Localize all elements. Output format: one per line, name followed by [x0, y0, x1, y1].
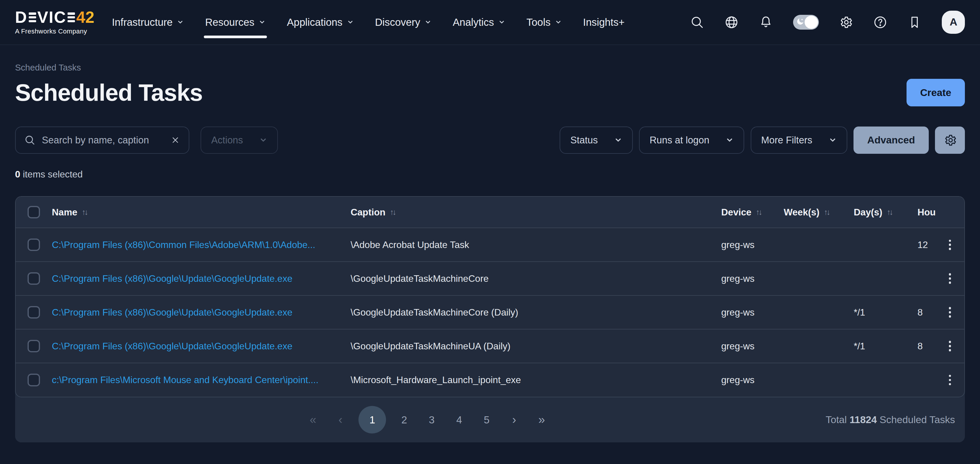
nav-item-discovery[interactable]: Discovery — [375, 11, 432, 33]
column-header-device[interactable]: Device↑↓ — [721, 197, 784, 228]
page-button-2[interactable]: 2 — [395, 406, 414, 434]
column-header-inner[interactable]: Device↑↓ — [721, 207, 784, 218]
bell-icon[interactable] — [759, 15, 773, 30]
dark-mode-toggle[interactable] — [793, 15, 819, 30]
task-name-link[interactable]: C:\Program Files (x86)\Google\Update\Goo… — [52, 341, 293, 351]
sort-icon[interactable]: ↑↓ — [390, 208, 396, 217]
nav-item-analytics[interactable]: Analytics — [453, 11, 505, 33]
cell-hours — [918, 363, 944, 397]
cell-weeks — [784, 363, 853, 397]
cell-value: 8 — [918, 307, 923, 317]
row-actions-kebab-icon[interactable] — [943, 238, 956, 251]
task-name-link[interactable]: C:\Program Files (x86)\Google\Update\Goo… — [52, 307, 293, 317]
runs-at-logon-filter-dropdown[interactable]: Runs at logon — [639, 126, 744, 154]
user-avatar[interactable]: A — [942, 11, 965, 34]
status-filter-dropdown[interactable]: Status — [560, 126, 633, 154]
topbar-actions: A — [690, 11, 965, 34]
column-label: Day(s) — [854, 207, 883, 218]
previous-page-button[interactable]: ‹ — [331, 406, 350, 434]
gear-icon — [943, 133, 957, 147]
next-page-button[interactable]: › — [505, 406, 523, 434]
total-count-text: Total 11824 Scheduled Tasks — [826, 414, 955, 426]
column-header-inner: Hou — [918, 207, 944, 218]
top-navigation-bar: D VIC 42 A Freshworks Company Infrastruc… — [0, 0, 980, 45]
cell-menu — [943, 329, 965, 363]
nav-item-resources[interactable]: Resources — [205, 11, 266, 33]
gear-icon[interactable] — [839, 15, 853, 30]
cell-weeks — [784, 228, 853, 261]
nav-item-insights-[interactable]: Insights+ — [583, 11, 625, 33]
filter-label: Status — [570, 134, 598, 146]
row-actions-kebab-icon[interactable] — [943, 306, 956, 319]
help-icon[interactable] — [873, 15, 888, 30]
column-header-hours: Hou — [918, 197, 944, 228]
cell-name: C:\Program Files (x86)\Google\Update\Goo… — [52, 261, 350, 295]
row-checkbox[interactable] — [27, 306, 40, 319]
cell-check — [16, 363, 52, 397]
cell-weeks — [784, 261, 853, 295]
cell-caption: \Microsoft_Hardware_Launch_ipoint_exe — [350, 363, 721, 397]
main-nav: InfrastructureResourcesApplicationsDisco… — [112, 11, 625, 33]
cell-hours — [918, 261, 944, 295]
column-header-name[interactable]: Name↑↓ — [52, 197, 350, 228]
row-checkbox[interactable] — [27, 374, 40, 386]
page-button-4[interactable]: 4 — [450, 406, 468, 434]
first-page-button[interactable]: « — [304, 406, 322, 434]
device42-logo[interactable]: D VIC 42 A Freshworks Company — [15, 9, 94, 35]
table-row: C:\Program Files (x86)\Google\Update\Goo… — [16, 295, 965, 329]
cell-value: \GoogleUpdateTaskMachineCore — [350, 273, 488, 284]
row-actions-kebab-icon[interactable] — [943, 340, 956, 352]
cell-name: C:\Program Files (x86)\Google\Update\Goo… — [52, 329, 350, 363]
sort-icon[interactable]: ↑↓ — [824, 208, 830, 217]
advanced-button[interactable]: Advanced — [853, 126, 929, 154]
create-button[interactable]: Create — [907, 79, 965, 106]
cell-device: greg-ws — [721, 295, 784, 329]
column-header-caption[interactable]: Caption↑↓ — [350, 197, 721, 228]
bookmark-icon[interactable] — [907, 15, 922, 30]
column-header-inner[interactable]: Day(s)↑↓ — [854, 207, 918, 218]
column-label: Device — [721, 207, 751, 218]
select-all-checkbox[interactable] — [27, 206, 40, 218]
cell-caption: \GoogleUpdateTaskMachineUA (Daily) — [350, 329, 721, 363]
actions-dropdown[interactable]: Actions — [200, 126, 278, 154]
sort-icon[interactable]: ↑↓ — [82, 208, 88, 217]
breadcrumb[interactable]: Scheduled Tasks — [15, 62, 965, 73]
page-button-3[interactable]: 3 — [422, 406, 441, 434]
nav-item-tools[interactable]: Tools — [527, 11, 562, 33]
row-actions-kebab-icon[interactable] — [943, 272, 956, 285]
more-filters-filter-dropdown[interactable]: More Filters — [751, 126, 847, 154]
cell-name: C:\Program Files (x86)\Common Files\Adob… — [52, 228, 350, 261]
column-header-weeks[interactable]: Week(s)↑↓ — [784, 197, 853, 228]
row-checkbox[interactable] — [27, 239, 40, 251]
clear-search-icon[interactable] — [171, 136, 180, 145]
sort-icon[interactable]: ↑↓ — [887, 208, 893, 217]
page-button-5[interactable]: 5 — [477, 406, 496, 434]
nav-item-infrastructure[interactable]: Infrastructure — [112, 11, 184, 33]
task-name-link[interactable]: C:\Program Files (x86)\Common Files\Adob… — [52, 239, 315, 250]
cell-hours: 12 — [918, 228, 944, 261]
cell-weeks — [784, 295, 853, 329]
page-title: Scheduled Tasks — [15, 79, 203, 106]
logo-e-glyph — [29, 13, 36, 22]
row-actions-kebab-icon[interactable] — [943, 374, 956, 387]
column-header-inner[interactable]: Week(s)↑↓ — [784, 207, 853, 218]
sort-icon[interactable]: ↑↓ — [756, 208, 762, 217]
cell-days: */1 — [854, 295, 918, 329]
row-checkbox[interactable] — [27, 340, 40, 352]
column-header-inner[interactable]: Caption↑↓ — [350, 207, 721, 218]
page-button-1[interactable]: 1 — [358, 406, 386, 434]
search-input[interactable] — [42, 134, 164, 146]
filter-label: More Filters — [761, 134, 812, 146]
column-header-days[interactable]: Day(s)↑↓ — [854, 197, 918, 228]
toggle-knob — [805, 16, 818, 29]
last-page-button[interactable]: » — [532, 406, 551, 434]
column-header-inner[interactable]: Name↑↓ — [52, 207, 350, 218]
search-icon[interactable] — [690, 15, 705, 30]
row-checkbox[interactable] — [27, 272, 40, 285]
nav-item-applications[interactable]: Applications — [287, 11, 354, 33]
task-name-link[interactable]: c:\Program Files\Microsoft Mouse and Key… — [52, 375, 318, 385]
globe-icon[interactable] — [724, 15, 739, 30]
table-settings-button[interactable] — [935, 126, 965, 154]
task-name-link[interactable]: C:\Program Files (x86)\Google\Update\Goo… — [52, 273, 293, 284]
cell-check — [16, 228, 52, 261]
